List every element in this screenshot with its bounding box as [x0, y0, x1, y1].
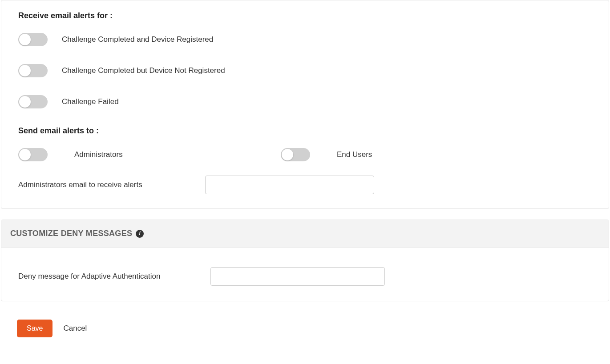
toggle-knob [19, 149, 31, 160]
deny-message-input[interactable] [210, 267, 385, 286]
deny-messages-title: CUSTOMIZE DENY MESSAGES [10, 229, 132, 238]
toggle-row-challenge-failed: Challenge Failed [18, 95, 592, 108]
admin-email-label: Administrators email to receive alerts [18, 180, 205, 189]
toggle-label-administrators: Administrators [74, 150, 123, 159]
toggle-knob [282, 149, 293, 160]
send-alerts-heading: Send email alerts to : [18, 126, 592, 136]
info-icon[interactable]: i [136, 230, 144, 238]
toggle-label-end-users: End Users [337, 150, 372, 159]
toggle-label-challenge-completed-not-registered: Challenge Completed but Device Not Regis… [62, 66, 225, 75]
deny-messages-header: CUSTOMIZE DENY MESSAGES i [1, 220, 609, 248]
toggle-knob [19, 96, 31, 108]
toggle-knob [19, 65, 31, 76]
deny-message-label: Deny message for Adaptive Authentication [18, 272, 210, 281]
toggle-label-challenge-failed: Challenge Failed [62, 97, 119, 106]
toggle-administrators[interactable] [18, 148, 48, 161]
admin-email-row: Administrators email to receive alerts [18, 176, 592, 194]
receive-alerts-heading: Receive email alerts for : [18, 11, 592, 20]
recipient-end-users: End Users [281, 148, 372, 161]
save-button[interactable]: Save [17, 320, 53, 337]
admin-email-input[interactable] [205, 176, 374, 194]
recipient-toggle-row: Administrators End Users [18, 148, 592, 161]
recipient-administrators: Administrators [18, 148, 281, 161]
deny-messages-panel: CUSTOMIZE DENY MESSAGES i Deny message f… [1, 220, 609, 301]
deny-messages-body: Deny message for Adaptive Authentication [1, 248, 609, 301]
toggle-row-challenge-completed-not-registered: Challenge Completed but Device Not Regis… [18, 64, 592, 77]
cancel-button[interactable]: Cancel [61, 319, 89, 338]
toggle-knob [19, 34, 31, 45]
toggle-row-challenge-completed-registered: Challenge Completed and Device Registere… [18, 33, 592, 46]
toggle-challenge-completed-registered[interactable] [18, 33, 48, 46]
toggle-challenge-completed-not-registered[interactable] [18, 64, 48, 77]
email-alerts-body: Receive email alerts for : Challenge Com… [1, 0, 609, 208]
toggle-label-challenge-completed-registered: Challenge Completed and Device Registere… [62, 35, 213, 44]
email-alerts-panel: Receive email alerts for : Challenge Com… [1, 0, 609, 209]
toggle-end-users[interactable] [281, 148, 310, 161]
deny-message-row: Deny message for Adaptive Authentication [18, 267, 592, 286]
action-button-row: Save Cancel [0, 312, 610, 347]
toggle-challenge-failed[interactable] [18, 95, 48, 108]
